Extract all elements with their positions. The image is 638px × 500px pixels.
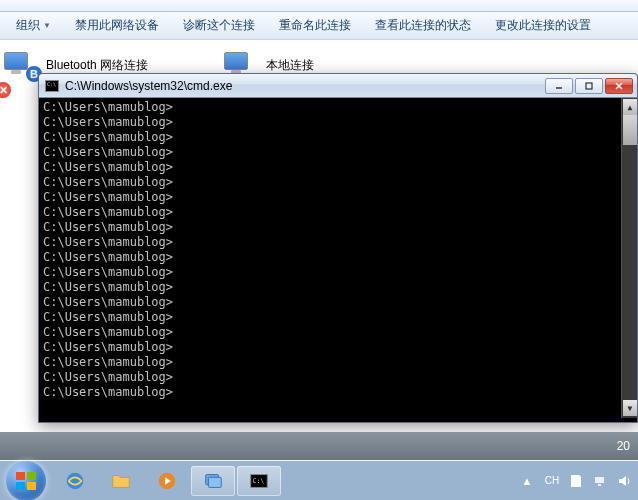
explorer-toolbar: 组织 ▼ 禁用此网络设备 诊断这个连接 重命名此连接 查看此连接的状态 更改此连…: [0, 12, 638, 40]
system-tray: ▲ CH: [518, 472, 632, 490]
change-settings-button[interactable]: 更改此连接的设置: [483, 13, 603, 38]
cmd-window[interactable]: C:\Windows\system32\cmd.exe C:\Users\mam…: [38, 73, 638, 423]
cmd-prompt-line: C:\Users\mamublog>: [43, 115, 633, 130]
status-count: 20: [617, 439, 630, 453]
disable-label: 禁用此网络设备: [75, 17, 159, 34]
taskbar-explorer-button[interactable]: [99, 466, 143, 496]
cmd-prompt-line: C:\Users\mamublog>: [43, 175, 633, 190]
cmd-prompt-line: C:\Users\mamublog>: [43, 235, 633, 250]
diagnose-label: 诊断这个连接: [183, 17, 255, 34]
cmd-prompt-line: C:\Users\mamublog>: [43, 340, 633, 355]
maximize-icon: [584, 81, 594, 91]
close-icon: [614, 81, 624, 91]
close-button[interactable]: [605, 78, 633, 94]
scroll-thumb[interactable]: [623, 115, 637, 145]
cmd-title: C:\Windows\system32\cmd.exe: [65, 79, 539, 93]
taskbar-media-button[interactable]: [145, 466, 189, 496]
folder-icon: [107, 470, 135, 492]
ie-icon: [61, 470, 89, 492]
cmd-prompt-line: C:\Users\mamublog>: [43, 130, 633, 145]
svg-text:C:\: C:\: [253, 476, 265, 484]
view-status-button[interactable]: 查看此连接的状态: [363, 13, 483, 38]
network-window-icon: [199, 470, 227, 492]
maximize-button[interactable]: [575, 78, 603, 94]
svg-rect-10: [595, 477, 604, 483]
cmd-prompt-line: C:\Users\mamublog>: [43, 190, 633, 205]
cmd-scrollbar[interactable]: ▲ ▼: [621, 98, 637, 418]
cmd-prompt-line: C:\Users\mamublog>: [43, 160, 633, 175]
cmd-prompt-line: C:\Users\mamublog>: [43, 100, 633, 115]
taskbar-cmd-button[interactable]: C:\: [237, 466, 281, 496]
cmd-icon: C:\: [245, 470, 273, 492]
scroll-down-button[interactable]: ▼: [623, 400, 637, 416]
tray-lang-indicator[interactable]: CH: [544, 473, 560, 489]
cmd-prompt-line: C:\Users\mamublog>: [43, 385, 633, 400]
cmd-prompt-line: C:\Users\mamublog>: [43, 220, 633, 235]
network-tray-icon[interactable]: [592, 473, 608, 489]
diagnose-button[interactable]: 诊断这个连接: [171, 13, 267, 38]
local-label: 本地连接: [266, 57, 314, 74]
cmd-prompt-line: C:\Users\mamublog>: [43, 250, 633, 265]
cmd-output: C:\Users\mamublog>C:\Users\mamublog>C:\U…: [43, 100, 633, 400]
start-button[interactable]: [6, 461, 46, 501]
taskbar-network-button[interactable]: [191, 466, 235, 496]
disabled-x-icon: ✕: [0, 82, 11, 98]
bluetooth-label: Bluetooth 网络连接: [46, 57, 148, 74]
cmd-prompt-line: C:\Users\mamublog>: [43, 145, 633, 160]
svg-rect-1: [586, 83, 592, 89]
cmd-prompt-line: C:\Users\mamublog>: [43, 280, 633, 295]
taskbar-ie-button[interactable]: [53, 466, 97, 496]
volume-icon[interactable]: [616, 473, 632, 489]
cmd-prompt-line: C:\Users\mamublog>: [43, 370, 633, 385]
svg-rect-7: [208, 477, 221, 487]
minimize-icon: [554, 81, 564, 91]
status-label: 查看此连接的状态: [375, 17, 471, 34]
media-player-icon: [153, 470, 181, 492]
minimize-button[interactable]: [545, 78, 573, 94]
cmd-prompt-line: C:\Users\mamublog>: [43, 325, 633, 340]
explorer-statusbar: 20: [0, 432, 638, 460]
organize-label: 组织: [16, 17, 40, 34]
rename-button[interactable]: 重命名此连接: [267, 13, 363, 38]
cmd-prompt-line: C:\Users\mamublog>: [43, 355, 633, 370]
cmd-prompt-line: C:\Users\mamublog>: [43, 265, 633, 280]
window-button-group: [545, 78, 633, 94]
svg-rect-11: [598, 484, 601, 486]
change-label: 更改此连接的设置: [495, 17, 591, 34]
chevron-down-icon: ▼: [43, 21, 51, 30]
action-center-icon[interactable]: [568, 473, 584, 489]
disable-device-button[interactable]: 禁用此网络设备: [63, 13, 171, 38]
cmd-system-icon[interactable]: [45, 80, 59, 92]
cmd-prompt-line: C:\Users\mamublog>: [43, 310, 633, 325]
network-adapter-icon: ✕ B: [2, 50, 38, 80]
windows-logo-icon: [16, 472, 36, 490]
rename-label: 重命名此连接: [279, 17, 351, 34]
explorer-top-border: [0, 0, 638, 12]
organize-button[interactable]: 组织 ▼: [4, 13, 63, 38]
cmd-prompt-line: C:\Users\mamublog>: [43, 205, 633, 220]
cmd-titlebar[interactable]: C:\Windows\system32\cmd.exe: [39, 74, 637, 98]
tray-overflow-button[interactable]: ▲: [518, 472, 536, 490]
taskbar: C:\ ▲ CH: [0, 460, 638, 500]
cmd-terminal[interactable]: C:\Users\mamublog>C:\Users\mamublog>C:\U…: [39, 98, 637, 418]
scroll-up-button[interactable]: ▲: [623, 99, 637, 115]
cmd-prompt-line: C:\Users\mamublog>: [43, 295, 633, 310]
